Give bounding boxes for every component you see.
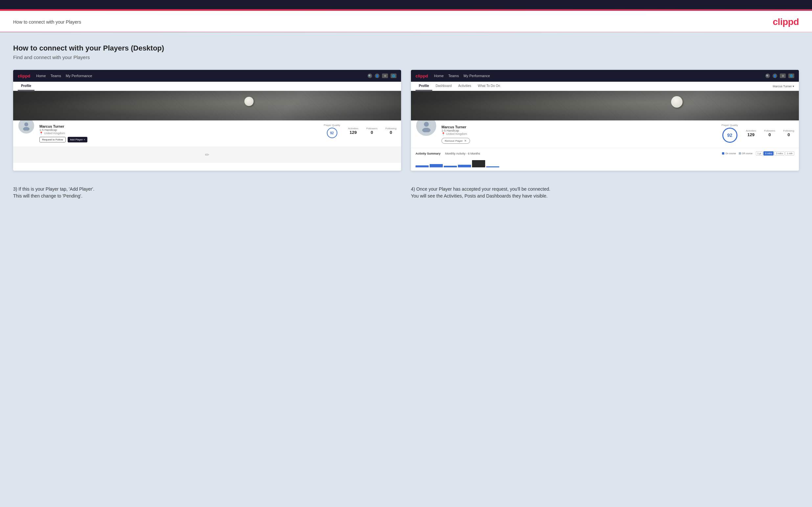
activity-period: Monthly Activity · 6 Months [445,152,480,155]
tab-whattodo-2[interactable]: What To Do On [475,82,504,91]
page-header: How to connect with your Players clippd [0,11,812,32]
mock-nav-icons-2: 🔍 👤 ⚙ 🌐 [765,73,794,78]
mock-nav-items-1: Home Teams My Performance [36,74,92,78]
globe-icon-2: 🌐 [789,73,794,78]
activity-summary: Activity Summary Monthly Activity · 6 Mo… [411,148,799,171]
settings-icon-2: ⚙ [780,73,786,78]
request-follow-button[interactable]: Request to Follow [39,137,66,143]
remove-player-button[interactable]: Remove Player ✕ [442,138,470,144]
mock-logo-1: clippd [18,73,30,78]
clippd-logo: clippd [773,17,799,27]
stat-followers-2: Followers 0 [764,129,775,137]
mock-tabs-row2: Profile Dashboard Activities What To Do … [411,82,799,91]
player-handicap-2: 1-5 Handicap [442,129,717,132]
tab-activities-2[interactable]: Activities [455,82,474,91]
tab-dashboard-2[interactable]: Dashboard [432,82,455,91]
stat-following-1: Following 0 [385,127,397,135]
descriptions-row: 3) If this is your Player tap, 'Add Play… [13,180,799,200]
time-btn-3mths[interactable]: 3 mths [774,151,784,156]
player-info-1: Marcus Turner 1-5 Handicap 📍 United King… [39,124,319,143]
pencil-icon: ✏ [205,152,209,158]
chart-area [415,158,794,167]
screenshots-row: clippd Home Teams My Performance 🔍 👤 ⚙ 🌐… [13,70,799,171]
activity-title: Activity Summary [415,152,441,155]
mock-banner-2 [411,91,799,120]
time-btn-1mth[interactable]: 1 mth [785,151,794,156]
stat-quality-1: Player Quality 92 [324,124,340,138]
location-icon-1: 📍 [39,131,43,135]
page-subtitle: Find and connect with your Players [13,54,799,60]
golf-ball-2 [671,96,682,108]
settings-icon-1: ⚙ [382,73,388,78]
description-block-2: 4) Once your Player has accepted your re… [411,180,799,200]
mock-nav-teams-1: Teams [51,74,61,78]
bar-5 [472,160,485,167]
legend-offcourse: Off course [739,152,753,155]
screenshot-card-2: clippd Home Teams My Performance 🔍 👤 ⚙ 🌐 [411,70,799,171]
page-header-title: How to connect with your Players [13,19,81,24]
mock-navbar-1: clippd Home Teams My Performance 🔍 👤 ⚙ 🌐 [13,70,401,82]
svg-point-2 [424,122,429,127]
profile-stats-2: Player Quality 92 Activities 129 Followe… [722,124,794,143]
stat-following-2: Following 0 [783,129,794,137]
bar-6 [486,166,499,167]
user-icon-1: 👤 [375,73,379,78]
mock-nav-performance-1: My Performance [66,74,92,78]
stat-quality-2: Player Quality 92 [722,124,738,143]
mock-nav-items-2: Home Teams My Performance [434,74,490,78]
player-name-2: Marcus Turner [442,125,717,129]
description-text-1: 3) If this is your Player tap, 'Add Play… [13,186,401,200]
svg-point-3 [422,128,430,132]
mock-profile-section-1: Marcus Turner 1-5 Handicap 📍 United King… [13,120,401,146]
search-icon-2: 🔍 [765,73,770,78]
legend-dot-offcourse [739,152,741,155]
stat-followers-1: Followers 0 [366,127,377,135]
quality-circle-1: 92 [327,128,337,138]
mock-tabs-left-2: Profile Dashboard Activities What To Do … [415,82,504,91]
tab-profile-1[interactable]: Profile [18,82,35,91]
profile-stats-1: Player Quality 92 Activities 129 Followe… [324,124,397,138]
mock-nav-performance-2: My Performance [463,74,490,78]
time-btn-6mths[interactable]: 6 mths [763,151,773,156]
legend-label-offcourse: Off course [742,152,753,155]
location-icon-2: 📍 [442,132,445,135]
svg-point-1 [23,127,30,130]
mock-navbar-2: clippd Home Teams My Performance 🔍 👤 ⚙ 🌐 [411,70,799,82]
svg-point-0 [24,122,28,126]
mock-nav-icons-1: 🔍 👤 ⚙ 🌐 [367,73,397,78]
add-player-button[interactable]: Add Player + [68,137,87,143]
search-icon-1: 🔍 [367,73,372,78]
screenshot-card-1: clippd Home Teams My Performance 🔍 👤 ⚙ 🌐… [13,70,401,171]
description-text-2: 4) Once your Player has accepted your re… [411,186,799,200]
mock-banner-1 [13,91,401,120]
mock-logo-2: clippd [415,73,428,78]
globe-icon-1: 🌐 [391,73,397,78]
player-selector[interactable]: Marcus Turner ▾ [773,84,794,88]
mock-nav-home-2: Home [434,74,444,78]
description-block-1: 3) If this is your Player tap, 'Add Play… [13,180,401,200]
time-buttons: 1 yr 6 mths 3 mths 1 mth [756,151,794,156]
time-btn-1yr[interactable]: 1 yr [756,151,763,156]
mock-profile-section-2: Marcus Turner 1-5 Handicap 📍 United King… [411,120,799,148]
screenshot-bottom-1: ✏ [13,146,401,163]
main-content: How to connect with your Players (Deskto… [0,32,812,507]
activity-legend: On course Off course [722,152,752,155]
bar-2 [429,164,443,167]
quality-circle-2: 92 [722,128,738,143]
player-handicap-1: 1-5 Handicap [39,128,319,131]
activity-header: Activity Summary Monthly Activity · 6 Mo… [415,151,794,156]
bar-1 [415,165,429,167]
remove-x-icon: ✕ [464,139,467,143]
golf-texture-1 [13,91,401,120]
mock-nav-teams-2: Teams [448,74,459,78]
legend-oncourse: On course [722,152,736,155]
tab-profile-2[interactable]: Profile [415,82,432,91]
top-bar [0,0,812,9]
player-name-1: Marcus Turner [39,124,319,128]
bar-3 [444,166,457,167]
legend-label-oncourse: On course [725,152,736,155]
player-country-2: 📍 United Kingdom [442,132,717,135]
stat-activities-1: Activities 129 [348,127,358,135]
mock-tabs-1: Profile [13,82,401,91]
legend-dot-oncourse [722,152,724,155]
